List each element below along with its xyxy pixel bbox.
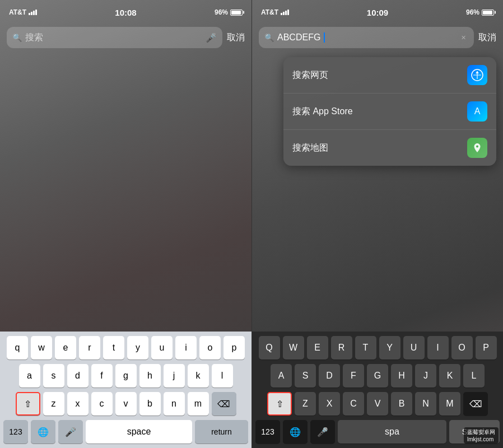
key-O[interactable]: O [451, 336, 473, 360]
key-I[interactable]: I [427, 336, 449, 360]
key-return-left[interactable]: return [195, 420, 248, 444]
signal-bars-left [29, 10, 37, 15]
key-P[interactable]: P [476, 336, 497, 360]
key-m[interactable]: m [188, 392, 209, 416]
key-b[interactable]: b [139, 392, 161, 416]
key-Z[interactable]: Z [295, 392, 316, 416]
battery-icon-right [482, 10, 494, 16]
key-q[interactable]: q [7, 336, 28, 360]
carrier-right: AT&T [261, 8, 278, 16]
key-mic-bottom-left[interactable]: 🎤 [58, 420, 83, 444]
key-g[interactable]: g [115, 364, 137, 388]
key-y[interactable]: y [127, 336, 148, 360]
search-bar-left[interactable]: 🔍 搜索 🎤 [7, 27, 222, 48]
key-X[interactable]: X [319, 392, 340, 416]
carrier-left: AT&T [9, 8, 26, 16]
key-K[interactable]: K [439, 364, 460, 388]
key-u[interactable]: u [151, 336, 173, 360]
suggestion-web-label: 搜索网页 [292, 69, 328, 81]
key-c[interactable]: c [91, 392, 113, 416]
key-k[interactable]: k [188, 364, 209, 388]
key-row-3-left: ⇧ z x c v b n m ⌫ [2, 392, 250, 416]
key-a[interactable]: a [19, 364, 40, 388]
key-j[interactable]: j [164, 364, 185, 388]
suggestion-maps-label: 搜索地图 [292, 142, 328, 154]
safari-icon [467, 65, 487, 85]
key-W[interactable]: W [283, 336, 304, 360]
key-globe-left[interactable]: 🌐 [31, 420, 55, 444]
suggestion-maps[interactable]: 搜索地图 [283, 130, 496, 166]
left-phone-panel: AT&T 10:08 96% 🔍 搜索 🎤 取消 q [0, 0, 252, 448]
key-U[interactable]: U [403, 336, 425, 360]
status-bar-left: AT&T 10:08 96% [0, 0, 252, 25]
mic-icon-left[interactable]: 🎤 [206, 32, 217, 43]
svg-marker-3 [476, 71, 479, 73]
key-E[interactable]: E [307, 336, 328, 360]
key-V[interactable]: V [367, 392, 388, 416]
key-123-right[interactable]: 123 [255, 420, 280, 444]
key-globe-right[interactable]: 🌐 [283, 420, 308, 444]
key-x[interactable]: x [67, 392, 89, 416]
shift-key-left[interactable]: ⇧ [16, 392, 40, 416]
watermark: 蓝莓安卓网lmkjst.com [464, 427, 499, 444]
cancel-button-left[interactable]: 取消 [227, 32, 245, 44]
key-B[interactable]: B [391, 392, 412, 416]
key-t[interactable]: t [103, 336, 124, 360]
key-row-1-right: Q W E R T Y U I O P [254, 336, 501, 360]
key-D[interactable]: D [319, 364, 340, 388]
search-bar-container-left: 🔍 搜索 🎤 取消 [0, 25, 252, 53]
key-i[interactable]: i [175, 336, 197, 360]
key-R[interactable]: R [331, 336, 352, 360]
key-G[interactable]: G [367, 364, 388, 388]
key-mic-bottom-right[interactable]: 🎤 [310, 420, 335, 444]
key-r[interactable]: r [79, 336, 100, 360]
key-Q[interactable]: Q [259, 336, 280, 360]
shift-key-right[interactable]: ⇧ [267, 392, 292, 416]
key-row-1-left: q w e r t y u i o p [2, 336, 250, 360]
suggestion-appstore-label: 搜索 App Store [292, 106, 353, 118]
key-F[interactable]: F [343, 364, 364, 388]
key-row-3-right: ⇧ Z X C V B N M ⌫ [254, 392, 501, 416]
key-d[interactable]: d [67, 364, 89, 388]
key-row-bottom-left: 123 🌐 🎤 space return [2, 420, 250, 444]
key-Y[interactable]: Y [379, 336, 400, 360]
suggestion-appstore[interactable]: 搜索 App Store A [283, 94, 496, 130]
key-p[interactable]: p [223, 336, 245, 360]
key-l[interactable]: l [212, 364, 233, 388]
key-s[interactable]: s [43, 364, 64, 388]
key-space-right[interactable]: spa [338, 420, 446, 444]
battery-pct-right: 96% [466, 8, 479, 16]
suggestion-web-search[interactable]: 搜索网页 [283, 57, 496, 94]
svg-point-5 [476, 146, 478, 148]
battery-pct-left: 96% [215, 8, 228, 16]
key-A[interactable]: A [271, 364, 292, 388]
key-space-left[interactable]: space [86, 420, 192, 444]
key-J[interactable]: J [415, 364, 436, 388]
cancel-button-right[interactable]: 取消 [478, 32, 496, 44]
key-z[interactable]: z [43, 392, 64, 416]
key-w[interactable]: w [31, 336, 52, 360]
search-bar-right[interactable]: 🔍 ABCDEFG ✕ [259, 27, 474, 48]
key-e[interactable]: e [55, 336, 76, 360]
key-n[interactable]: n [164, 392, 185, 416]
delete-key-right[interactable]: ⌫ [463, 392, 488, 416]
key-M[interactable]: M [439, 392, 460, 416]
key-123-left[interactable]: 123 [3, 420, 28, 444]
key-S[interactable]: S [295, 364, 316, 388]
delete-key-left[interactable]: ⌫ [212, 392, 236, 416]
battery-icon-left [230, 10, 243, 16]
clear-button-right[interactable]: ✕ [458, 32, 468, 43]
keyboard-left: q w e r t y u i o p a s d f g h j k l ⇧ … [0, 332, 252, 448]
key-H[interactable]: H [391, 364, 412, 388]
key-h[interactable]: h [139, 364, 161, 388]
appstore-icon: A [467, 101, 487, 122]
search-bar-container-right: 🔍 ABCDEFG ✕ 取消 [252, 25, 503, 53]
svg-text:A: A [474, 106, 481, 116]
key-f[interactable]: f [91, 364, 113, 388]
key-v[interactable]: v [115, 392, 137, 416]
key-o[interactable]: o [199, 336, 221, 360]
key-C[interactable]: C [343, 392, 364, 416]
key-N[interactable]: N [415, 392, 436, 416]
key-L[interactable]: L [463, 364, 485, 388]
key-T[interactable]: T [355, 336, 376, 360]
